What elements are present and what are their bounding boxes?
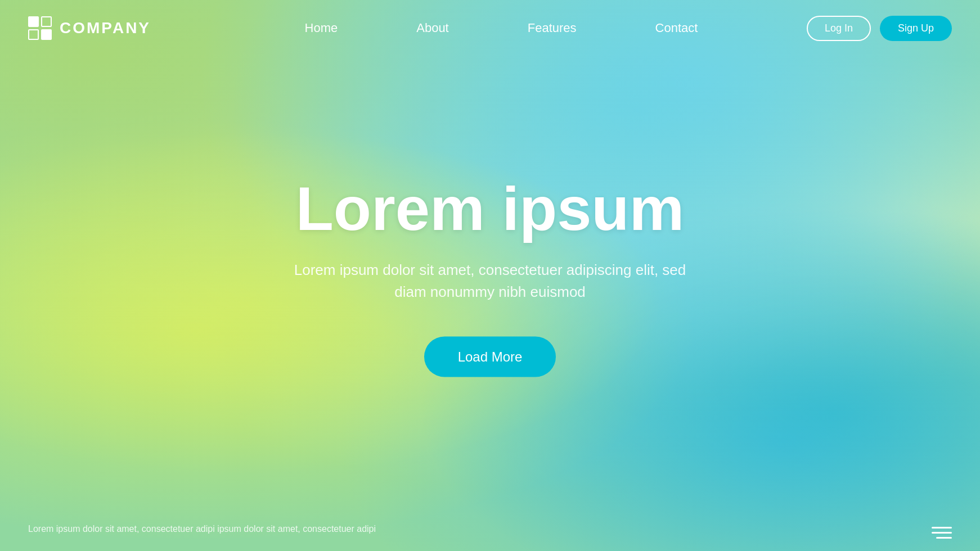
logo-square-bl <box>28 29 39 40</box>
logo-icon <box>28 16 52 40</box>
footer-text: Lorem ipsum dolor sit amet, consectetuer… <box>28 524 376 534</box>
page-wrapper: COMPANY Home About Features Contact Log … <box>0 0 980 551</box>
hamburger-menu[interactable] <box>932 527 952 539</box>
nav-link-features[interactable]: Features <box>488 15 616 41</box>
nav-link-contact[interactable]: Contact <box>616 15 738 41</box>
logo-square-br <box>41 29 52 40</box>
logo-text: COMPANY <box>60 19 151 37</box>
hero-content: Lorem ipsum Lorem ipsum dolor sit amet, … <box>0 174 980 377</box>
nav-links: Home About Features Contact <box>196 15 807 41</box>
hero-title: Lorem ipsum <box>23 174 957 242</box>
nav-link-about[interactable]: About <box>377 15 488 41</box>
signup-button[interactable]: Sign Up <box>880 16 952 41</box>
hero-subtitle: Lorem ipsum dolor sit amet, consectetuer… <box>293 259 687 303</box>
hamburger-line-3 <box>936 537 952 539</box>
login-button[interactable]: Log In <box>807 16 871 41</box>
logo-square-tl <box>28 16 39 27</box>
nav-link-home[interactable]: Home <box>266 15 377 41</box>
logo-area: COMPANY <box>28 16 151 40</box>
hamburger-line-2 <box>932 532 952 534</box>
nav-actions: Log In Sign Up <box>807 16 952 41</box>
hamburger-line-1 <box>932 527 952 529</box>
load-more-button[interactable]: Load More <box>424 337 556 377</box>
logo-square-tr <box>41 16 52 27</box>
navbar: COMPANY Home About Features Contact Log … <box>0 0 980 56</box>
